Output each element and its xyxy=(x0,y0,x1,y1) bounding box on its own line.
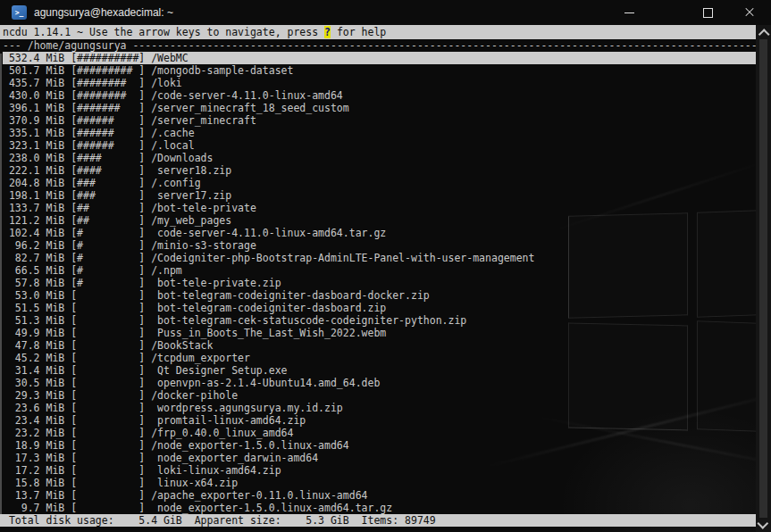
items-label: Items: xyxy=(362,514,399,527)
ncdu-row[interactable]: 430.0 MiB [######## ] /code-server-4.11.… xyxy=(3,89,756,102)
file-list: 532.4 MiB [##########] /WebMC 501.7 MiB … xyxy=(0,52,756,514)
ncdu-row[interactable]: 53.0 MiB [ ] bot-telegram-codeigniter-da… xyxy=(3,289,756,302)
help-key-badge: ? xyxy=(324,26,331,38)
ncdu-row[interactable]: 47.8 MiB [ ] /BookStack xyxy=(3,339,756,352)
ncdu-row[interactable]: 532.4 MiB [##########] /WebMC xyxy=(3,52,756,64)
ncdu-row[interactable]: 335.1 MiB [###### ] /.cache xyxy=(3,127,756,139)
ncdu-footer-bar: Total disk usage:5.4 GiBApparent size:5.… xyxy=(0,514,756,527)
ncdu-row[interactable]: 51.5 MiB [ ] bot-telegram-codeigniter-da… xyxy=(3,302,756,314)
ncdu-row[interactable]: 51.3 MiB [ ] bot-telegram-cek-statuscode… xyxy=(3,314,756,327)
ncdu-row[interactable]: 31.4 MiB [ ] Qt Designer Setup.exe xyxy=(3,364,756,377)
apparent-size-value: 5.3 GiB xyxy=(306,514,348,527)
current-path-line: --- /home/agungsurya -------------------… xyxy=(0,39,756,52)
ncdu-row[interactable]: 238.0 MiB [#### ] /Downloads xyxy=(3,152,756,164)
ncdu-row[interactable]: 204.8 MiB [### ] /.config xyxy=(3,177,756,189)
ncdu-row[interactable]: 17.2 MiB [ ] loki-linux-amd64.zip xyxy=(3,464,756,477)
ncdu-row[interactable]: 23.4 MiB [ ] promtail-linux-amd64.zip xyxy=(3,414,756,427)
scroll-up-icon[interactable] xyxy=(756,25,771,39)
ncdu-version-text: ncdu 1.14.1 ~ Use the arrow keys to navi… xyxy=(3,26,324,38)
ncdu-row[interactable]: 18.9 MiB [ ] /node_exporter-1.5.0.linux-… xyxy=(3,439,756,452)
ncdu-row[interactable]: 370.9 MiB [###### ] /server_minecraft xyxy=(3,114,756,127)
maximize-button[interactable] xyxy=(687,0,728,25)
scrollbar[interactable] xyxy=(756,25,771,532)
ncdu-row[interactable]: 222.1 MiB [#### ] server18.zip xyxy=(3,164,756,177)
ncdu-row[interactable]: 96.2 MiB [# ] /minio-s3-storage xyxy=(3,239,756,252)
path-dashes: ----------------------------------------… xyxy=(132,39,756,52)
terminal-window: >_ agungsurya@hexadecimal: ~ ncdu 1.14.1… xyxy=(0,0,771,532)
ncdu-row[interactable]: 17.3 MiB [ ] node_exporter_darwin-amd64 xyxy=(3,452,756,464)
close-icon xyxy=(744,7,755,18)
apparent-size-label: Apparent size: xyxy=(195,514,281,527)
ncdu-row[interactable]: 9.7 MiB [ ] node_exporter-1.5.0.linux-am… xyxy=(3,502,756,514)
scrollbar-thumb[interactable] xyxy=(759,39,767,518)
minimize-icon xyxy=(624,12,634,13)
disk-usage-value: 5.4 GiB xyxy=(138,514,181,527)
ncdu-row[interactable]: 15.8 MiB [ ] linux-x64.zip xyxy=(3,477,756,489)
current-path: /home/agungsurya xyxy=(28,39,127,52)
ncdu-row[interactable]: 435.7 MiB [######## ] /loki xyxy=(3,77,756,89)
header-help-text: for help xyxy=(331,26,386,38)
maximize-icon xyxy=(703,8,713,18)
ncdu-row[interactable]: 102.4 MiB [# ] code-server-4.11.0-linux-… xyxy=(3,227,756,239)
ncdu-row[interactable]: 23.6 MiB [ ] wordpress.agungsurya.my.id.… xyxy=(3,402,756,414)
ncdu-header-bar: ncdu 1.14.1 ~ Use the arrow keys to navi… xyxy=(0,25,756,39)
path-prefix: --- xyxy=(3,39,28,52)
disk-usage-label: Total disk usage: xyxy=(9,514,114,527)
ncdu-row[interactable]: 30.5 MiB [ ] openvpn-as-2.1.4-Ubuntu14.a… xyxy=(3,377,756,389)
ncdu-row[interactable]: 57.8 MiB [# ] bot-tele-private.zip xyxy=(3,277,756,289)
ncdu-row[interactable]: 323.1 MiB [###### ] /.local xyxy=(3,139,756,152)
title-bar[interactable]: >_ agungsurya@hexadecimal: ~ xyxy=(0,0,771,25)
ncdu-row[interactable]: 133.7 MiB [## ] /bot-tele-private xyxy=(3,202,756,214)
powershell-icon: >_ xyxy=(12,5,27,20)
terminal-content: ncdu 1.14.1 ~ Use the arrow keys to navi… xyxy=(0,25,771,532)
ncdu-row[interactable]: 501.7 MiB [######### ] /mongodb-sample-d… xyxy=(3,64,756,77)
scroll-down-icon[interactable] xyxy=(756,518,771,532)
close-button[interactable] xyxy=(729,0,770,25)
ncdu-row[interactable]: 66.5 MiB [# ] /.npm xyxy=(3,264,756,277)
items-value: 89749 xyxy=(405,514,436,527)
minimize-button[interactable] xyxy=(608,0,649,25)
ncdu-row[interactable]: 13.7 MiB [ ] /apache_exporter-0.11.0.lin… xyxy=(3,489,756,502)
ncdu-row[interactable]: 396.1 MiB [####### ] /server_minecraft_1… xyxy=(3,102,756,114)
ncdu-row[interactable]: 198.1 MiB [### ] server17.zip xyxy=(3,189,756,202)
ncdu-row[interactable]: 49.9 MiB [ ] Puss_in_Boots_The_Last_Wish… xyxy=(3,327,756,339)
ncdu-row[interactable]: 121.2 MiB [## ] /my_web_pages xyxy=(3,214,756,227)
ncdu-row[interactable]: 29.3 MiB [ ] /docker-pihole xyxy=(3,389,756,402)
ncdu-row[interactable]: 82.7 MiB [# ] /Codeigniter-php-Bootstrap… xyxy=(3,252,756,264)
ncdu-row[interactable]: 45.2 MiB [ ] /tcpdum_exporter xyxy=(3,352,756,364)
window-title: agungsurya@hexadecimal: ~ xyxy=(34,0,173,25)
ncdu-row[interactable]: 23.2 MiB [ ] /frp_0.40.0_linux_amd64 xyxy=(3,427,756,439)
